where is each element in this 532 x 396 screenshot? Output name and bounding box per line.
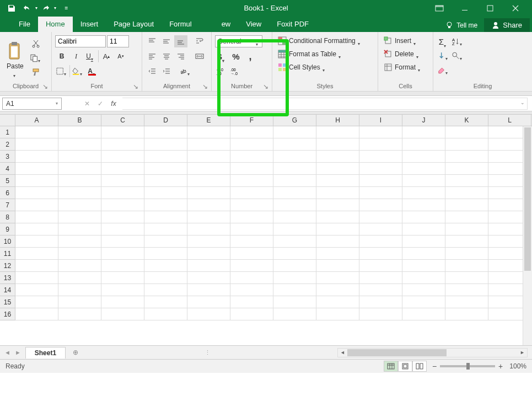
cell[interactable]: [273, 272, 316, 284]
redo-dropdown[interactable]: ▾: [54, 6, 56, 10]
tab-page-layout[interactable]: Page Layout: [106, 17, 162, 32]
increase-decimal-button[interactable]: ←.0.00: [215, 65, 228, 77]
cell[interactable]: [230, 199, 273, 211]
row-header[interactable]: 4: [0, 163, 15, 175]
cell[interactable]: [144, 308, 187, 320]
cell[interactable]: [187, 223, 230, 236]
cell[interactable]: [316, 248, 359, 260]
cell[interactable]: [316, 260, 359, 272]
tab-review-fragment[interactable]: ew: [200, 17, 239, 32]
cell[interactable]: [359, 199, 402, 211]
cell[interactable]: [144, 175, 187, 187]
cell[interactable]: [230, 272, 273, 284]
row-header[interactable]: 15: [0, 296, 15, 308]
cell[interactable]: [402, 199, 445, 211]
align-bottom-button[interactable]: [174, 35, 187, 47]
column-header[interactable]: I: [359, 115, 402, 126]
cell[interactable]: [230, 138, 273, 151]
cell[interactable]: [402, 175, 445, 187]
autosum-button[interactable]: Σ: [437, 35, 450, 47]
cell[interactable]: [445, 211, 488, 223]
cell[interactable]: [359, 296, 402, 308]
cell[interactable]: [101, 223, 144, 236]
cell[interactable]: [144, 236, 187, 248]
format-as-table-button[interactable]: Format as Table: [276, 49, 374, 60]
cell[interactable]: [187, 211, 230, 223]
column-header[interactable]: D: [144, 115, 187, 126]
cell[interactable]: [101, 211, 144, 223]
cell[interactable]: [101, 163, 144, 175]
cell[interactable]: [101, 272, 144, 284]
cell[interactable]: [445, 260, 488, 272]
cell[interactable]: [359, 236, 402, 248]
sheet-next-button[interactable]: ►: [15, 349, 21, 356]
cell[interactable]: [230, 126, 273, 138]
cell[interactable]: [445, 236, 488, 248]
row-header[interactable]: 16: [0, 308, 15, 320]
font-color-button[interactable]: A: [85, 65, 99, 77]
cell[interactable]: [15, 163, 58, 175]
cell[interactable]: [445, 272, 488, 284]
cell[interactable]: [15, 175, 58, 187]
cell[interactable]: [359, 284, 402, 296]
cell[interactable]: [187, 296, 230, 308]
cell[interactable]: [445, 308, 488, 320]
cell[interactable]: [273, 260, 316, 272]
cell[interactable]: [273, 284, 316, 296]
bold-button[interactable]: B: [55, 50, 68, 62]
cell[interactable]: [359, 223, 402, 236]
cell[interactable]: [402, 126, 445, 138]
cell[interactable]: [15, 260, 58, 272]
cell[interactable]: [316, 175, 359, 187]
enter-formula-button[interactable]: ✓: [94, 98, 107, 110]
column-header[interactable]: C: [101, 115, 144, 126]
cell[interactable]: [316, 126, 359, 138]
cell[interactable]: [230, 211, 273, 223]
cell[interactable]: [187, 175, 230, 187]
tab-insert[interactable]: Insert: [73, 17, 106, 32]
cell[interactable]: [316, 308, 359, 320]
cell[interactable]: [58, 151, 101, 163]
cell[interactable]: [187, 151, 230, 163]
cell[interactable]: [101, 151, 144, 163]
cell[interactable]: [316, 236, 359, 248]
row-header[interactable]: 11: [0, 248, 15, 260]
cell[interactable]: [230, 260, 273, 272]
cell[interactable]: [402, 187, 445, 199]
insert-function-button[interactable]: fx: [107, 98, 120, 110]
horizontal-scrollbar[interactable]: ◄ ►: [337, 348, 528, 357]
align-middle-button[interactable]: [160, 35, 173, 47]
cell[interactable]: [58, 175, 101, 187]
cell[interactable]: [316, 199, 359, 211]
cell[interactable]: [359, 308, 402, 320]
cell[interactable]: [58, 248, 101, 260]
row-header[interactable]: 9: [0, 223, 15, 236]
cell[interactable]: [445, 199, 488, 211]
increase-font-button[interactable]: A▴: [100, 50, 113, 62]
row-header[interactable]: 7: [0, 199, 15, 211]
close-button[interactable]: [508, 1, 523, 16]
tab-formulas[interactable]: Formul: [162, 17, 199, 32]
column-header[interactable]: L: [488, 115, 531, 126]
cell[interactable]: [273, 211, 316, 223]
cell[interactable]: [58, 163, 101, 175]
qat-customize[interactable]: ⠀≡: [57, 2, 72, 15]
copy-button[interactable]: [29, 52, 42, 64]
borders-button[interactable]: [55, 65, 68, 77]
vertical-scrollbar[interactable]: [523, 126, 532, 345]
cell[interactable]: [402, 211, 445, 223]
align-left-button[interactable]: [146, 50, 159, 62]
cell[interactable]: [15, 223, 58, 236]
cell[interactable]: [15, 138, 58, 151]
cell[interactable]: [316, 187, 359, 199]
sort-filter-button[interactable]: AZ: [451, 35, 464, 47]
maximize-button[interactable]: [482, 1, 498, 16]
cell[interactable]: [187, 138, 230, 151]
cell[interactable]: [445, 151, 488, 163]
font-size-select[interactable]: [107, 35, 129, 47]
cell[interactable]: [58, 211, 101, 223]
column-header[interactable]: H: [316, 115, 359, 126]
normal-view-button[interactable]: [384, 361, 398, 372]
row-header[interactable]: 5: [0, 175, 15, 187]
redo-button[interactable]: [39, 2, 53, 15]
